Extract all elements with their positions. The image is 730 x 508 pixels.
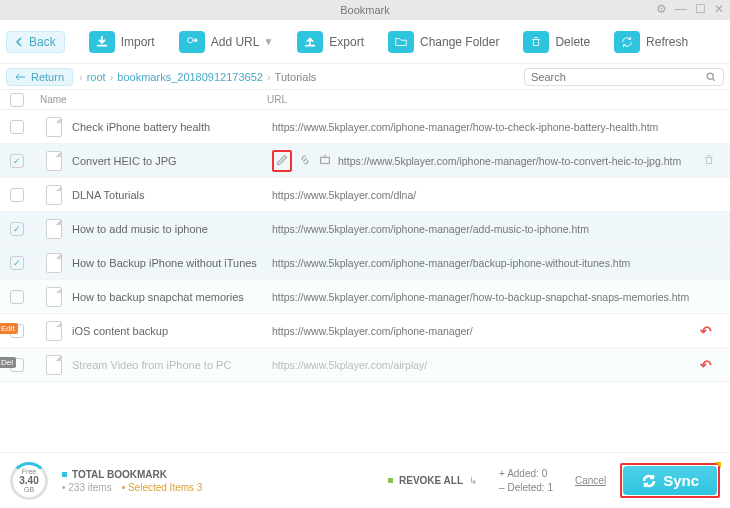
table-body: Check iPhone battery health https://www.… <box>0 110 730 382</box>
row-url: https://www.5kplayer.com/iphone-manager/… <box>272 223 720 235</box>
return-icon <box>15 72 27 82</box>
row-name: Stream Video from iPhone to PC <box>72 359 272 371</box>
sync-highlight: Sync <box>620 463 720 498</box>
file-icon <box>46 151 62 171</box>
row-checkbox[interactable] <box>10 154 24 168</box>
search-input[interactable] <box>531 71 705 83</box>
file-icon <box>46 321 62 341</box>
table-row[interactable]: How to backup snapchat memories https://… <box>0 280 730 314</box>
back-label: Back <box>29 35 56 49</box>
table-row[interactable]: Edit iOS content backup https://www.5kpl… <box>0 314 730 348</box>
file-icon <box>46 185 62 205</box>
row-checkbox[interactable] <box>10 290 24 304</box>
row-url: https://www.5kplayer.com/iphone-manager/… <box>272 257 720 269</box>
free-unit: GB <box>24 486 34 493</box>
table-row[interactable]: Del Stream Video from iPhone to PC https… <box>0 348 730 382</box>
sync-button[interactable]: Sync <box>623 466 717 495</box>
file-icon <box>46 219 62 239</box>
row-url: https://www.5kplayer.com/dlna/ <box>272 189 720 201</box>
edit-icon[interactable] <box>272 150 292 172</box>
row-delete-icon[interactable] <box>702 153 716 169</box>
selected-count: Selected Items 3 <box>128 482 202 493</box>
minimize-icon[interactable]: — <box>675 2 687 16</box>
export-label: Export <box>329 35 364 49</box>
file-icon <box>46 117 62 137</box>
svg-point-0 <box>187 37 192 42</box>
change-folder-label: Change Folder <box>420 35 499 49</box>
revoke-all-button[interactable]: REVOKE ALL ↳ <box>388 475 477 486</box>
add-url-label: Add URL <box>211 35 260 49</box>
svg-rect-2 <box>321 157 330 163</box>
chevron-down-icon: ▼ <box>263 36 273 47</box>
row-actions <box>272 150 332 172</box>
cancel-button[interactable]: Cancel <box>575 475 606 486</box>
link-icon[interactable] <box>298 153 312 169</box>
row-checkbox[interactable] <box>10 222 24 236</box>
trash-icon <box>523 31 549 53</box>
row-name: iOS content backup <box>72 325 272 337</box>
row-url: https://www.5kplayer.com/iphone-manager/ <box>272 325 720 337</box>
table-header: Name URL <box>0 90 730 110</box>
revoke-label: REVOKE ALL <box>399 475 463 486</box>
row-checkbox[interactable] <box>10 256 24 270</box>
delete-button[interactable]: Delete <box>523 31 590 53</box>
add-url-icon <box>179 31 205 53</box>
title-bar: Bookmark ⚙ — ☐ ✕ <box>0 0 730 20</box>
row-name: Convert HEIC to JPG <box>72 155 272 167</box>
refresh-label: Refresh <box>646 35 688 49</box>
column-name[interactable]: Name <box>32 94 267 105</box>
file-icon <box>46 355 62 375</box>
row-url: https://www.5kplayer.com/airplay/ <box>272 359 720 371</box>
search-box[interactable] <box>524 68 724 86</box>
add-url-button[interactable]: Add URL ▼ <box>179 31 274 53</box>
file-icon <box>46 287 62 307</box>
revoke-icon: ↳ <box>469 475 477 486</box>
breadcrumb-root[interactable]: root <box>87 71 106 83</box>
change-folder-button[interactable]: Change Folder <box>388 31 499 53</box>
close-icon[interactable]: ✕ <box>714 2 724 16</box>
row-name: How to Backup iPhone without iTunes <box>72 257 272 269</box>
items-count: 233 items <box>68 482 111 493</box>
breadcrumb-current: Tutorials <box>275 71 317 83</box>
return-button[interactable]: Return <box>6 68 73 86</box>
row-checkbox[interactable] <box>10 120 24 134</box>
column-url[interactable]: URL <box>267 94 720 105</box>
free-label: Free <box>22 468 36 475</box>
refresh-button[interactable]: Refresh <box>614 31 688 53</box>
row-url: https://www.5kplayer.com/iphone-manager/… <box>272 121 720 133</box>
export-icon <box>297 31 323 53</box>
sync-label: Sync <box>663 472 699 489</box>
added-count: 0 <box>542 468 548 479</box>
storage-gauge: Free 3.40 GB <box>10 462 48 500</box>
total-block: TOTAL BOOKMARK • 233 items• Selected Ite… <box>62 469 202 493</box>
table-row[interactable]: How to Backup iPhone without iTunes http… <box>0 246 730 280</box>
undo-icon[interactable]: ↶ <box>700 357 712 373</box>
refresh-icon <box>614 31 640 53</box>
deleted-count: 1 <box>547 482 553 493</box>
settings-icon[interactable]: ⚙ <box>656 2 667 16</box>
row-checkbox[interactable] <box>10 188 24 202</box>
footer: Free 3.40 GB TOTAL BOOKMARK • 233 items•… <box>0 452 730 508</box>
maximize-icon[interactable]: ☐ <box>695 2 706 16</box>
folder-icon <box>388 31 414 53</box>
table-row[interactable]: How to add music to iphone https://www.5… <box>0 212 730 246</box>
breadcrumb-bar: Return › root › bookmarks_20180912173652… <box>0 64 730 90</box>
move-icon[interactable] <box>318 153 332 169</box>
row-name: How to add music to iphone <box>72 223 272 235</box>
search-icon <box>705 71 717 83</box>
table-row[interactable]: Convert HEIC to JPG https://www.5kplayer… <box>0 144 730 178</box>
import-button[interactable]: Import <box>89 31 155 53</box>
change-stats: + Added: 0 – Deleted: 1 <box>499 467 553 495</box>
free-value: 3.40 <box>19 475 38 486</box>
select-all-checkbox[interactable] <box>10 93 24 107</box>
back-button[interactable]: Back <box>6 31 65 53</box>
delete-label: Delete <box>555 35 590 49</box>
back-icon <box>15 37 25 47</box>
undo-icon[interactable]: ↶ <box>700 323 712 339</box>
row-url: https://www.5kplayer.com/iphone-manager/… <box>338 155 720 167</box>
export-button[interactable]: Export <box>297 31 364 53</box>
breadcrumb-folder[interactable]: bookmarks_20180912173652 <box>117 71 263 83</box>
row-name: Check iPhone battery health <box>72 121 272 133</box>
table-row[interactable]: DLNA Toturials https://www.5kplayer.com/… <box>0 178 730 212</box>
table-row[interactable]: Check iPhone battery health https://www.… <box>0 110 730 144</box>
